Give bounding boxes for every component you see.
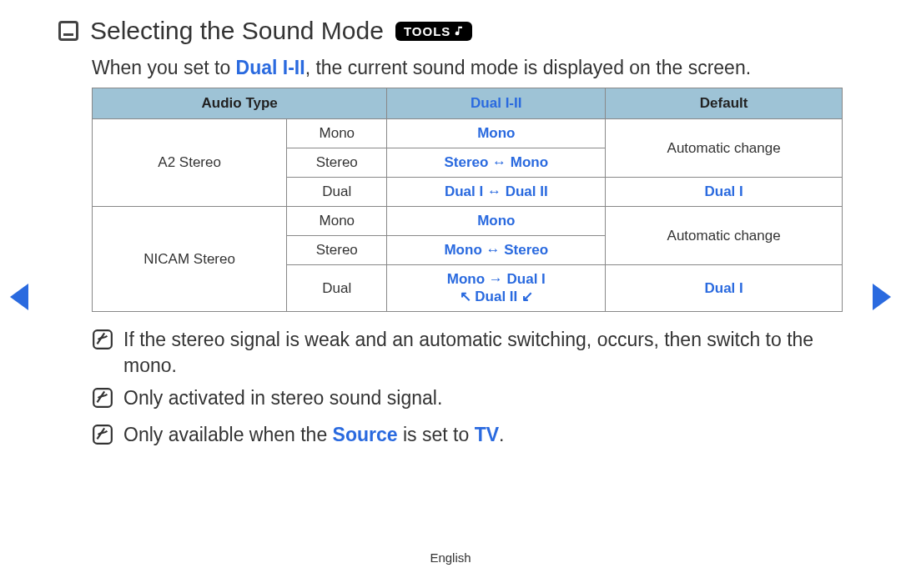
nav-prev-icon[interactable] [10, 284, 28, 310]
cell-dual: Stereo ↔ Mono [387, 148, 606, 178]
intro-highlight: Dual I-II [236, 57, 305, 78]
cell-default: Dual I [606, 178, 843, 207]
note-hl1: Source [333, 424, 398, 445]
cell-audio: Stereo [287, 236, 387, 265]
th-default: Default [606, 88, 843, 119]
group-name: NICAM Stereo [93, 207, 287, 312]
cell-default: Automatic change [606, 207, 843, 265]
cell-audio: Dual [287, 178, 387, 207]
cell-dual: Mono [387, 119, 606, 148]
th-audio-type: Audio Type [93, 88, 387, 119]
note-post: . [499, 424, 504, 445]
note-item: Only activated in stereo sound signal. [92, 385, 843, 415]
note-icon [92, 424, 113, 452]
cell-audio: Mono [287, 207, 387, 236]
note-text: Only activated in stereo sound signal. [123, 385, 442, 415]
footer-language: English [0, 550, 901, 565]
note-hl2: TV [475, 424, 499, 445]
section-icon [58, 21, 78, 41]
note-item: Only available when the Source is set to… [92, 422, 843, 452]
cell-dual: Dual I ↔ Dual II [387, 178, 606, 207]
intro-pre: When you set to [92, 57, 236, 78]
music-note-icon [454, 25, 466, 37]
group-name: A2 Stereo [93, 119, 287, 207]
cell-dual-line2: ↖ Dual II ↙ [392, 288, 600, 305]
note-text: If the stereo signal is weak and an auto… [123, 327, 843, 379]
table-row: A2 Stereo Mono Mono Automatic change [93, 119, 843, 148]
intro-text: When you set to Dual I-II, the current s… [92, 57, 843, 79]
svg-rect-1 [93, 389, 112, 407]
cell-dual: Mono ↔ Stereo [387, 236, 606, 265]
svg-rect-2 [93, 425, 112, 444]
tools-label: TOOLS [404, 24, 450, 38]
cell-audio: Mono [287, 119, 387, 148]
table-row: NICAM Stereo Mono Mono Automatic change [93, 207, 843, 236]
note-text: Only available when the Source is set to… [123, 422, 504, 452]
note-icon [92, 329, 113, 379]
tools-badge: TOOLS [395, 22, 472, 41]
svg-rect-0 [93, 330, 112, 349]
sound-mode-table: Audio Type Dual I-II Default A2 Stereo M… [92, 88, 843, 312]
note-mid: is set to [398, 424, 475, 445]
notes: If the stereo signal is weak and an auto… [92, 327, 843, 452]
cell-dual-line1: Mono → Dual I [392, 271, 600, 288]
cell-default: Dual I [606, 265, 843, 312]
cell-dual: Mono → Dual I ↖ Dual II ↙ [387, 265, 606, 312]
title-row: Selecting the Sound Mode TOOLS [58, 17, 843, 45]
intro-post: , the current sound mode is displayed on… [305, 57, 751, 78]
cell-audio: Stereo [287, 148, 387, 178]
cell-audio: Dual [287, 265, 387, 312]
cell-dual: Mono [387, 207, 606, 236]
note-pre: Only available when the [123, 424, 333, 445]
note-item: If the stereo signal is weak and an auto… [92, 327, 843, 379]
note-icon [92, 387, 113, 415]
nav-next-icon[interactable] [873, 284, 891, 310]
th-dual: Dual I-II [387, 88, 606, 119]
page-title: Selecting the Sound Mode [90, 17, 384, 45]
cell-default: Automatic change [606, 119, 843, 178]
